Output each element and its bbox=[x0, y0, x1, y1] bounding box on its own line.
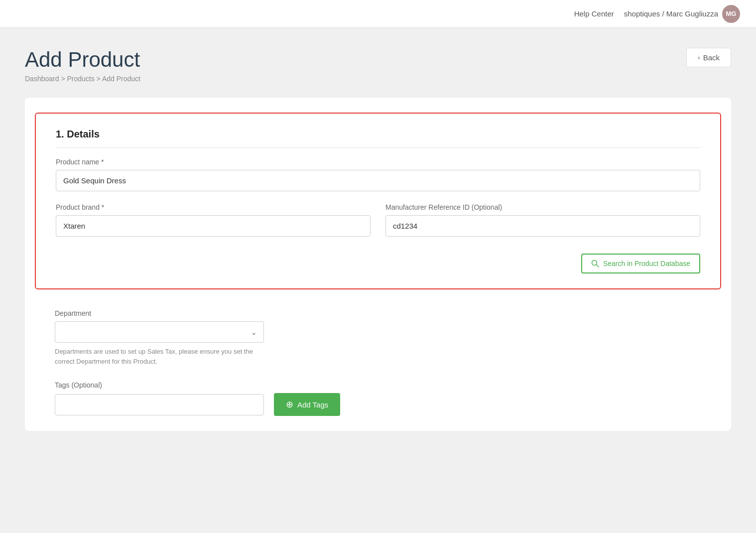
top-bar-nav: Help Center shoptiques / Marc Gugliuzza … bbox=[574, 5, 740, 23]
user-avatar[interactable]: MG bbox=[722, 5, 740, 23]
department-tags-section: Department ⌄ Departments are used to set… bbox=[35, 289, 721, 416]
department-label: Department bbox=[55, 309, 701, 317]
department-select[interactable] bbox=[55, 321, 264, 343]
details-section: 1. Details Product name * Product brand … bbox=[35, 113, 721, 289]
back-button[interactable]: ‹ Back bbox=[686, 48, 731, 67]
product-name-group: Product name * bbox=[56, 158, 700, 191]
tags-row: ⊕ Add Tags bbox=[55, 393, 701, 416]
search-in-product-database-button[interactable]: Search in Product Database bbox=[581, 254, 700, 273]
page-title: Add Product bbox=[25, 48, 140, 72]
details-section-title: 1. Details bbox=[56, 129, 700, 148]
manufacturer-ref-form-group: Manufacturer Reference ID (Optional) bbox=[385, 203, 700, 237]
search-db-wrapper: Search in Product Database bbox=[385, 249, 700, 273]
product-brand-input[interactable] bbox=[56, 215, 371, 237]
top-bar: Help Center shoptiques / Marc Gugliuzza … bbox=[0, 0, 756, 28]
page-content: Add Product Dashboard > Products > Add P… bbox=[0, 28, 756, 451]
tags-label: Tags (Optional) bbox=[55, 381, 701, 389]
search-icon bbox=[591, 260, 599, 267]
user-path: shoptiques / Marc Gugliuzza bbox=[624, 9, 718, 18]
plus-circle-icon: ⊕ bbox=[286, 399, 293, 410]
add-tags-button[interactable]: ⊕ Add Tags bbox=[274, 393, 340, 416]
manufacturer-ref-input[interactable] bbox=[385, 215, 700, 237]
breadcrumb: Dashboard > Products > Add Product bbox=[25, 75, 140, 83]
svg-line-1 bbox=[596, 265, 599, 267]
search-db-label: Search in Product Database bbox=[603, 260, 690, 267]
chevron-left-icon: ‹ bbox=[698, 54, 700, 61]
product-brand-group: Product brand * bbox=[56, 203, 371, 262]
manufacturer-ref-group: Manufacturer Reference ID (Optional) Sea… bbox=[385, 203, 700, 273]
tags-section: Tags (Optional) ⊕ Add Tags bbox=[55, 381, 701, 416]
main-card: 1. Details Product name * Product brand … bbox=[25, 98, 731, 431]
add-tags-label: Add Tags bbox=[297, 400, 328, 409]
product-name-label: Product name * bbox=[56, 158, 700, 166]
help-center-link[interactable]: Help Center bbox=[574, 9, 614, 18]
tags-input[interactable] bbox=[55, 394, 264, 415]
back-label: Back bbox=[703, 53, 720, 62]
brand-manufacturer-row: Product brand * Manufacturer Reference I… bbox=[56, 203, 700, 273]
user-info: shoptiques / Marc Gugliuzza MG bbox=[624, 5, 740, 23]
page-title-section: Add Product Dashboard > Products > Add P… bbox=[25, 48, 140, 83]
department-select-wrapper: ⌄ bbox=[55, 321, 264, 343]
department-help-text: Departments are used to set up Sales Tax… bbox=[55, 347, 264, 366]
department-group: Department ⌄ Departments are used to set… bbox=[55, 309, 701, 366]
product-brand-label: Product brand * bbox=[56, 203, 371, 211]
product-name-input[interactable] bbox=[56, 170, 700, 191]
page-header: Add Product Dashboard > Products > Add P… bbox=[25, 48, 731, 83]
manufacturer-ref-label: Manufacturer Reference ID (Optional) bbox=[385, 203, 700, 211]
